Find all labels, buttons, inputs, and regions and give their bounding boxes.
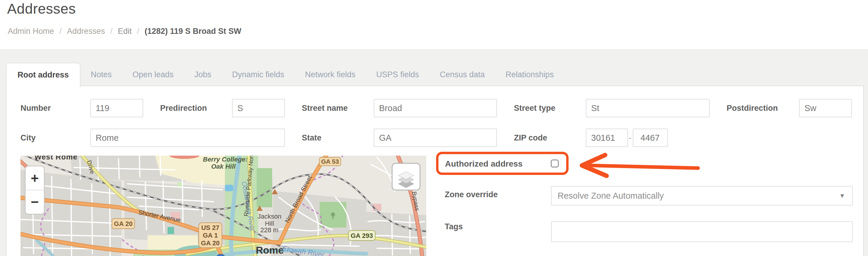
tab-usps-fields[interactable]: USPS fields xyxy=(366,63,429,86)
svg-text:US 27: US 27 xyxy=(201,224,219,231)
city-label: City xyxy=(21,133,36,142)
zoom-in-button[interactable]: + xyxy=(31,170,39,186)
postdirection-label: Postdirection xyxy=(726,104,778,113)
map-pond xyxy=(225,185,233,191)
tab-open-leads[interactable]: Open leads xyxy=(122,63,184,86)
breadcrumb-separator: / xyxy=(110,27,113,36)
breadcrumb-addresses[interactable]: Addresses xyxy=(67,27,105,36)
city-input[interactable] xyxy=(90,129,285,147)
zip-input[interactable] xyxy=(586,129,628,147)
root-address-panel: Number Predirection Street name Street t… xyxy=(6,86,864,256)
state-input[interactable] xyxy=(374,129,497,147)
zip-separator: - xyxy=(628,133,631,142)
svg-text:West Rome: West Rome xyxy=(34,156,78,161)
map-zoom-control: + − xyxy=(25,166,44,214)
authorized-address-label: Authorized address xyxy=(445,159,523,169)
predirection-label: Predirection xyxy=(160,104,207,113)
svg-text:Rome: Rome xyxy=(256,245,284,256)
zone-override-label: Zone override xyxy=(445,190,498,199)
tags-input[interactable] xyxy=(551,221,853,242)
predirection-input[interactable] xyxy=(232,99,285,117)
chevron-down-icon: ▼ xyxy=(839,192,845,199)
tab-root-address[interactable]: Root address xyxy=(6,63,81,87)
breadcrumb-separator: / xyxy=(137,27,139,36)
tab-notes[interactable]: Notes xyxy=(81,63,122,86)
svg-text:GA 1: GA 1 xyxy=(203,232,218,239)
number-input[interactable] xyxy=(90,99,143,117)
tab-census-data[interactable]: Census data xyxy=(429,63,495,86)
layers-control[interactable] xyxy=(392,163,420,190)
authorized-address-checkbox[interactable] xyxy=(551,159,559,167)
tab-dynamic-fields[interactable]: Dynamic fields xyxy=(222,63,295,86)
street-type-label: Street type xyxy=(514,104,556,113)
svg-text:GA 20: GA 20 xyxy=(201,239,220,247)
street-name-label: Street name xyxy=(302,104,348,113)
state-label: State xyxy=(302,133,321,142)
svg-text:228 m: 228 m xyxy=(260,226,278,234)
zone-override-value: Resolve Zone Automatically xyxy=(558,191,839,201)
map[interactable]: GA 53 GA 20 US 27 GA 1 GA 20 GA 293 West… xyxy=(21,156,426,256)
svg-text:GA 20: GA 20 xyxy=(114,220,133,227)
breadcrumb: Admin Home / Addresses / Edit / (1282) 1… xyxy=(8,27,241,36)
zoom-out-button[interactable]: − xyxy=(31,194,39,210)
page-title: Addresses xyxy=(7,1,76,17)
svg-text:Berry College:: Berry College: xyxy=(203,156,247,163)
breadcrumb-admin-home[interactable]: Admin Home xyxy=(8,27,54,36)
svg-text:GA 53: GA 53 xyxy=(321,158,339,165)
postdirection-input[interactable] xyxy=(799,99,852,117)
zone-override-select[interactable]: Resolve Zone Automatically ▼ xyxy=(551,186,853,205)
breadcrumb-separator: / xyxy=(59,27,62,36)
svg-text:Jackson: Jackson xyxy=(257,213,282,220)
annotation-arrow xyxy=(572,151,706,181)
tab-bar: Root address Notes Open leads Jobs Dynam… xyxy=(6,63,564,86)
zip-code-label: ZIP code xyxy=(514,133,547,142)
tab-jobs[interactable]: Jobs xyxy=(184,63,222,86)
svg-text:GA 293: GA 293 xyxy=(350,232,373,239)
tab-relationships[interactable]: Relationships xyxy=(495,63,564,86)
street-name-input[interactable] xyxy=(374,99,497,117)
tab-network-fields[interactable]: Network fields xyxy=(295,63,366,86)
zip-plus4-input[interactable] xyxy=(633,129,668,147)
tags-label: Tags xyxy=(445,222,463,231)
svg-text:Oak Hill: Oak Hill xyxy=(211,163,236,170)
breadcrumb-edit[interactable]: Edit xyxy=(118,27,132,36)
street-type-input[interactable] xyxy=(586,99,710,117)
breadcrumb-current-address: (1282) 119 S Broad St SW xyxy=(145,27,242,36)
number-label: Number xyxy=(21,104,51,113)
